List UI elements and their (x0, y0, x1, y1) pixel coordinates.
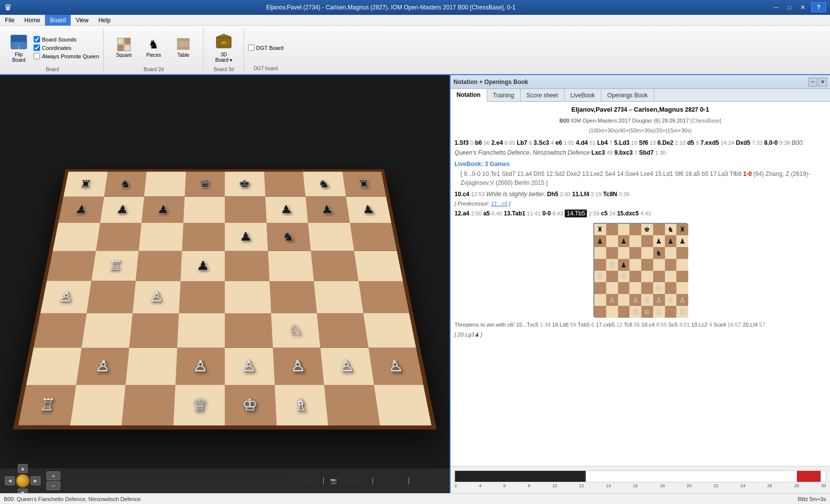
help-btn[interactable]: ? (811, 2, 826, 12)
board-cell-1-4[interactable] (225, 197, 266, 223)
pieces-btn[interactable]: ♞ Pieces (140, 32, 167, 64)
board-cell-2-6[interactable] (308, 223, 354, 251)
menu-help[interactable]: Help (93, 15, 116, 26)
board-cell-0-1[interactable]: ♞ (104, 172, 147, 197)
board-cell-3-1[interactable]: ♖ (91, 251, 139, 281)
close-btn[interactable]: ✕ (796, 2, 809, 12)
board-cell-7-5[interactable]: ♗ (275, 385, 329, 425)
board-cell-3-4[interactable] (225, 251, 269, 281)
settings-btn[interactable]: ⚙ Settings (289, 477, 320, 485)
screenshot-btn[interactable]: 📷 Screenshot (328, 477, 369, 485)
nav-right-btn[interactable]: ► (31, 476, 41, 485)
board-cell-4-1[interactable] (86, 281, 136, 313)
board-cell-7-7[interactable] (374, 385, 432, 425)
panel-minimize-btn[interactable]: ─ (808, 78, 817, 86)
board-cell-7-2[interactable] (122, 385, 175, 425)
board-cell-0-2[interactable] (144, 172, 186, 197)
board-cell-3-2[interactable] (136, 251, 182, 281)
board-cell-4-4[interactable] (225, 281, 271, 313)
board-cell-7-4[interactable]: ♔ (225, 385, 277, 425)
autofit-btn[interactable]: ⊞ Auto fit (377, 477, 405, 485)
board-cell-2-7[interactable] (350, 223, 397, 251)
nav-up-btn[interactable]: ▲ (18, 464, 28, 473)
board-cell-5-5[interactable]: ♘ (271, 313, 320, 348)
board-cell-1-0[interactable]: ♟ (58, 197, 104, 223)
board-grid[interactable]: ♜♞♛♚♞♜♟♟♟♟♟♟♟♞♖♟♙♙♘♙♙♙♙♙♙♖♕♔♗ (13, 169, 436, 430)
tab-openings[interactable]: Openings Book (601, 89, 654, 102)
board-cell-1-5[interactable]: ♟ (265, 197, 308, 223)
board-cell-6-4[interactable]: ♙ (225, 348, 275, 385)
board-cell-4-6[interactable] (314, 281, 363, 313)
move-14-highlight[interactable]: 14.Tb5 (565, 210, 587, 217)
board-cell-0-5[interactable] (264, 172, 305, 197)
board-cell-2-1[interactable] (96, 223, 142, 251)
menu-view[interactable]: View (71, 15, 93, 26)
zoom-minus-btn[interactable]: − (46, 481, 60, 490)
board-cell-4-3[interactable] (179, 281, 225, 313)
minimize-btn[interactable]: ─ (770, 2, 783, 12)
board-cell-3-5[interactable] (268, 251, 314, 281)
restore-btn[interactable]: □ (783, 2, 796, 12)
board-cell-1-3[interactable] (183, 197, 225, 223)
tab-notation[interactable]: Notation (451, 89, 487, 102)
board-cell-1-6[interactable]: ♟ (305, 197, 350, 223)
board-cell-2-5[interactable]: ♞ (266, 223, 311, 251)
board-cell-0-7[interactable]: ♜ (342, 172, 386, 197)
board-cell-0-4[interactable]: ♚ (225, 172, 265, 197)
zoom-plus-btn[interactable]: + (46, 471, 60, 480)
tab-training[interactable]: Training (487, 89, 521, 102)
board-cell-6-7[interactable]: ♙ (368, 348, 423, 385)
board-cell-2-3[interactable] (182, 223, 225, 251)
board-cell-2-2[interactable] (139, 223, 183, 251)
board-cell-6-2[interactable] (125, 348, 177, 385)
tab-scoresheet[interactable]: Score sheet (521, 89, 565, 102)
board-cell-5-2[interactable] (129, 313, 178, 348)
board-cell-7-6[interactable] (324, 385, 380, 425)
board-cell-6-0[interactable] (26, 348, 82, 385)
board-cell-1-2[interactable]: ♟ (141, 197, 184, 223)
board-cell-4-5[interactable] (269, 281, 317, 313)
board-cell-6-5[interactable]: ♙ (273, 348, 324, 385)
board-cell-5-3[interactable] (177, 313, 225, 348)
board-cell-3-3[interactable]: ♟ (180, 251, 225, 281)
menu-board[interactable]: Board (45, 15, 71, 26)
chess-board-3d[interactable]: ♜♞♛♚♞♜♟♟♟♟♟♟♟♞♖♟♙♙♘♙♙♙♙♙♙♖♕♔♗ (13, 169, 436, 430)
board-cell-5-7[interactable] (363, 313, 416, 348)
notation-content[interactable]: Eljanov,Pavel 2734 – Carlsen,Magnus 2827… (451, 102, 830, 466)
nav-down-btn[interactable]: ▼ (18, 489, 28, 493)
board-cell-1-1[interactable]: ♟ (100, 197, 144, 223)
square-btn[interactable]: Square (110, 32, 138, 64)
flip-board-btn[interactable]: ↕ FlipBoard (6, 31, 32, 65)
board-cell-3-6[interactable] (311, 251, 358, 281)
menu-file[interactable]: File (0, 15, 19, 26)
board-cell-4-2[interactable]: ♙ (132, 281, 180, 313)
board-cell-5-4[interactable] (225, 313, 273, 348)
board-cell-5-6[interactable] (317, 313, 369, 348)
dgt-checkbox[interactable]: DGT Board (248, 44, 284, 51)
table-btn[interactable]: Table (169, 32, 197, 64)
coordinates-checkbox[interactable]: Coordinates (34, 44, 99, 51)
nav-left-btn[interactable]: ◄ (5, 476, 15, 485)
board-sounds-checkbox[interactable]: Board Sounds (34, 36, 99, 42)
predecessor-link[interactable]: 11...c5 (491, 201, 507, 207)
board-cell-3-7[interactable] (354, 251, 403, 281)
board-cell-6-1[interactable]: ♙ (76, 348, 129, 385)
board-cell-0-0[interactable]: ♜ (64, 172, 108, 197)
print3d-btn[interactable]: 🖨 Print 3D (413, 477, 445, 485)
board-cell-4-7[interactable] (358, 281, 409, 313)
board-cell-7-3[interactable]: ♕ (173, 385, 225, 425)
board3d-btn[interactable]: 3D 3DBoard ▾ (211, 31, 237, 65)
board-cell-0-3[interactable]: ♛ (184, 172, 225, 197)
panel-close-btn[interactable]: ✕ (818, 78, 827, 86)
board-cell-7-1[interactable] (70, 385, 125, 425)
board-cell-6-3[interactable]: ♙ (175, 348, 225, 385)
board-cell-2-4[interactable]: ♟ (225, 223, 268, 251)
board-cell-1-7[interactable]: ♟ (346, 197, 391, 223)
board-cell-7-0[interactable]: ♖ (18, 385, 76, 425)
board-cell-5-0[interactable] (34, 313, 86, 348)
always-promote-checkbox[interactable]: Always Promote Queen (34, 53, 99, 59)
board-cell-5-1[interactable] (82, 313, 133, 348)
board-cell-6-6[interactable]: ♙ (321, 348, 374, 385)
board-cell-3-0[interactable] (47, 251, 96, 281)
board-cell-4-0[interactable]: ♙ (41, 281, 91, 313)
